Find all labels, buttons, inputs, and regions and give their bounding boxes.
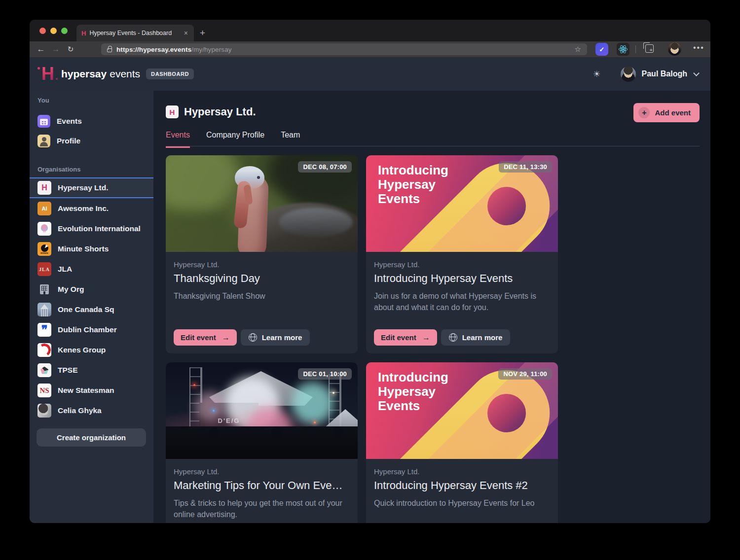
event-title: Thanksgiving Day: [174, 272, 350, 285]
card-body: Hypersay Ltd. Introducing Hypersay Event…: [366, 459, 558, 523]
minute-shorts-icon: [37, 242, 51, 256]
sidebar-org-evolution-international[interactable]: Evolution International: [30, 219, 153, 239]
browser-menu-icon[interactable]: •••: [693, 43, 704, 52]
sidebar-org-celia-ghyka[interactable]: Celia Ghyka: [30, 401, 153, 420]
decor: [279, 208, 353, 237]
sidebar-org-hypersay-ltd[interactable]: H Hypersay Ltd.: [30, 177, 153, 198]
forward-icon[interactable]: →: [48, 44, 63, 54]
chevron-down-icon[interactable]: [693, 70, 700, 76]
browser-profile-avatar[interactable]: [668, 42, 681, 56]
event-card-thanksgiving-day[interactable]: DEC 08, 07:00 Hypersay Ltd. Thanksgiving…: [166, 155, 358, 353]
event-org: Hypersay Ltd.: [374, 260, 550, 269]
edit-event-button[interactable]: Edit event →: [374, 329, 437, 346]
jla-icon: JLA: [37, 262, 51, 276]
banner-line: Events: [378, 192, 448, 206]
org-label: Awesome Inc.: [58, 204, 109, 213]
url-text: https://hypersay.events/my/hypersay: [116, 46, 232, 53]
dashboard-badge: DASHBOARD: [146, 69, 194, 79]
address-bar[interactable]: https://hypersay.events/my/hypersay ☆: [101, 43, 587, 55]
learn-more-label: Learn more: [262, 333, 302, 342]
org-label: TPSE: [58, 366, 77, 375]
browser-toolbar: ← → ↻ https://hypersay.events/my/hypersa…: [30, 41, 710, 57]
org-page-header: H Hypersay Ltd.: [166, 105, 256, 118]
arrow-right-icon: →: [222, 333, 230, 342]
tab-close-icon[interactable]: ×: [183, 29, 189, 37]
globe-icon: [449, 333, 457, 342]
sidebar-org-dublin-chamber[interactable]: Dublin Chamber: [30, 320, 153, 340]
hypersay-logo-icon[interactable]: H: [41, 65, 54, 83]
new-tab-button[interactable]: +: [200, 25, 205, 41]
url-path: /my/hypersay: [191, 46, 231, 53]
event-banner: Introducing Hypersay Events NOV 29, 11:0…: [366, 362, 558, 459]
new-statesman-icon: NS: [37, 384, 51, 397]
browser-tab[interactable]: H Hypersay Events - Dashboard ×: [76, 25, 194, 41]
extension-react-devtools-icon[interactable]: [617, 43, 629, 56]
tag-hole-shape: [487, 187, 526, 225]
brand-bold: hypersay: [61, 68, 107, 79]
tab-company-profile[interactable]: Company Profile: [206, 131, 264, 148]
event-card-marketing-tips[interactable]: D'E/G DEC 01, 10:00: [166, 362, 358, 523]
user-name[interactable]: Paul Balogh: [642, 70, 687, 78]
org-tabs: Events Company Profile Team: [166, 131, 300, 148]
organisations-section-label: Organisations: [30, 166, 153, 174]
arrow-right-icon: →: [422, 333, 430, 342]
banner-line: Introducing: [378, 370, 448, 385]
events-grid: DEC 08, 07:00 Hypersay Ltd. Thanksgiving…: [166, 155, 558, 523]
header-right: ☀ Paul Balogh: [593, 67, 699, 82]
card-body: Hypersay Ltd. Thanksgiving Day Thanksgiv…: [166, 252, 358, 353]
awesome-inc-icon: AI: [37, 202, 51, 215]
main-content: H Hypersay Ltd. + Add event Events Compa…: [153, 91, 710, 523]
card-actions: Edit event → Learn more: [374, 329, 550, 346]
brand-light: events: [110, 68, 140, 79]
browser-tab-strip: H Hypersay Events - Dashboard × +: [30, 20, 710, 41]
event-card-introducing-hypersay-events[interactable]: Introducing Hypersay Events DEC 11, 13:3…: [366, 155, 558, 353]
sidebar-org-minute-shorts[interactable]: Minute Shorts: [30, 239, 153, 259]
event-card-introducing-hypersay-events-2[interactable]: Introducing Hypersay Events NOV 29, 11:0…: [366, 362, 558, 523]
org-label: My Org: [58, 285, 84, 294]
sidebar-org-awesome-inc[interactable]: AI Awesome Inc.: [30, 199, 153, 218]
tab-team[interactable]: Team: [281, 131, 300, 148]
event-subtitle: Quick introduction to Hypersay Events fo…: [374, 497, 550, 509]
dublin-chamber-icon: [37, 323, 51, 337]
sidebar-org-tpse[interactable]: TPSE: [30, 360, 153, 380]
minimize-window-button[interactable]: [50, 28, 57, 34]
extension-check-icon[interactable]: ✓: [595, 43, 608, 56]
event-banner: Introducing Hypersay Events DEC 11, 13:3…: [366, 155, 558, 252]
org-label: Kenes Group: [58, 346, 106, 354]
collections-icon[interactable]: [645, 44, 654, 53]
add-event-label: Add event: [655, 108, 691, 117]
atom-core: [622, 48, 624, 50]
learn-more-button[interactable]: Learn more: [441, 329, 511, 346]
create-organization-button[interactable]: Create organization: [37, 428, 146, 447]
sidebar-org-jla[interactable]: JLA JLA: [30, 259, 153, 279]
event-date-badge: DEC 11, 13:30: [499, 161, 552, 173]
tab-title: Hypersay Events - Dashboard: [89, 30, 179, 36]
building-glyph: [40, 284, 49, 294]
sidebar-org-kenes-group[interactable]: Kenes Group: [30, 340, 153, 360]
edit-event-button[interactable]: Edit event →: [174, 329, 237, 346]
sidebar-item-profile[interactable]: Profile: [30, 131, 153, 151]
reload-icon[interactable]: ↻: [63, 45, 78, 54]
event-subtitle: Tips & tricks to help you get the most o…: [174, 497, 350, 520]
event-org: Hypersay Ltd.: [374, 467, 550, 476]
celia-ghyka-avatar: [37, 404, 51, 418]
add-event-button[interactable]: + Add event: [633, 103, 700, 122]
sidebar-org-one-canada-sq[interactable]: One Canada Sq: [30, 300, 153, 319]
lock-icon: [107, 48, 112, 52]
user-avatar[interactable]: [621, 67, 636, 82]
sidebar-org-new-statesman[interactable]: NS New Statesman: [30, 381, 153, 400]
hypersay-org-icon: H: [166, 105, 179, 118]
favorites-star-icon[interactable]: ☆: [575, 45, 581, 54]
sidebar-item-label: Profile: [57, 137, 80, 145]
theme-toggle-sun-icon[interactable]: ☀: [593, 69, 600, 79]
app-body: You Events Profile Organisations H Hyper…: [30, 91, 710, 523]
sidebar-org-my-org[interactable]: My Org: [30, 280, 153, 299]
zoom-window-button[interactable]: [61, 28, 68, 34]
learn-more-button[interactable]: Learn more: [241, 329, 310, 346]
back-icon[interactable]: ←: [34, 44, 48, 54]
event-org: Hypersay Ltd.: [174, 467, 350, 476]
sidebar-item-events[interactable]: Events: [30, 111, 153, 131]
toolbar-separator: [635, 45, 636, 53]
tab-events[interactable]: Events: [166, 131, 190, 148]
close-window-button[interactable]: [39, 28, 46, 34]
